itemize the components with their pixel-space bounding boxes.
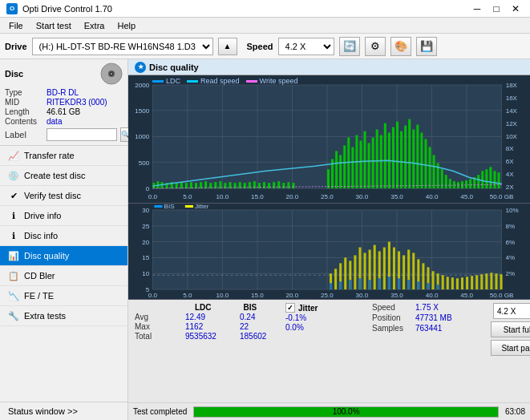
svg-text:12X: 12X bbox=[506, 120, 518, 127]
ldc-bis-stats: LDC BIS Avg 12.49 0.24 Max 1162 22 Tot bbox=[135, 303, 279, 341]
svg-rect-107 bbox=[449, 179, 451, 188]
sidebar-item-disc-info[interactable]: ℹ Disc info bbox=[0, 226, 127, 246]
contents-value: data bbox=[47, 117, 62, 126]
label-input[interactable] bbox=[47, 128, 117, 141]
test-speed-select[interactable]: 4.2 X bbox=[493, 303, 530, 319]
settings-button[interactable]: ⚙ bbox=[365, 37, 386, 56]
svg-rect-87 bbox=[368, 143, 370, 188]
drive-select[interactable]: (H:) HL-DT-ST BD-RE WH16NS48 1.D3 bbox=[32, 38, 213, 55]
svg-text:1500: 1500 bbox=[135, 107, 150, 115]
jitter-checkbox[interactable]: ✓ bbox=[285, 303, 295, 313]
disc-mid-row: MID RITEKDR3 (000) bbox=[5, 98, 123, 107]
svg-rect-118 bbox=[493, 171, 496, 188]
top-legend: LDC Read speed Write speed bbox=[152, 77, 297, 85]
avg-row: Avg 12.49 0.24 bbox=[135, 313, 279, 321]
svg-text:15.0: 15.0 bbox=[251, 292, 264, 299]
svg-rect-172 bbox=[364, 252, 366, 289]
disc-panel-title: Disc bbox=[5, 69, 23, 79]
svg-rect-119 bbox=[498, 172, 500, 188]
bottom-chart-svg: 30 25 20 15 10 5 10% 8% 6% 4% 2% 0.0 5.0… bbox=[128, 204, 530, 299]
verify-test-disc-icon: ✔ bbox=[8, 190, 19, 201]
svg-text:40.0: 40.0 bbox=[426, 193, 439, 200]
label-label: Label bbox=[5, 130, 43, 139]
speed-select[interactable]: 4.2 X bbox=[278, 38, 334, 55]
time-value: 63:08 bbox=[505, 407, 525, 416]
extra-tests-icon: 🔧 bbox=[8, 310, 19, 321]
start-full-button[interactable]: Start full bbox=[491, 321, 530, 337]
content-panel: ★ Disc quality LDC Read speed Write spee… bbox=[128, 59, 530, 420]
color-button[interactable]: 🎨 bbox=[390, 37, 411, 56]
status-window-item[interactable]: Status window >> bbox=[0, 402, 127, 420]
menu-bar: File Start test Extra Help bbox=[0, 18, 530, 34]
maximize-button[interactable]: □ bbox=[488, 2, 504, 15]
jitter-header: ✓ Jitter bbox=[285, 303, 366, 313]
status-window-label: Status window >> bbox=[8, 406, 78, 416]
svg-text:10: 10 bbox=[142, 270, 150, 277]
svg-text:10X: 10X bbox=[506, 133, 518, 140]
disc-header: Disc bbox=[5, 63, 123, 85]
sidebar-item-create-test-disc[interactable]: 💿 Create test disc bbox=[0, 166, 127, 186]
minimize-button[interactable]: ─ bbox=[469, 2, 485, 15]
save-button[interactable]: 💾 bbox=[416, 37, 437, 56]
svg-rect-103 bbox=[433, 155, 435, 188]
svg-rect-206 bbox=[369, 280, 371, 289]
fe-te-icon: 📉 bbox=[8, 290, 19, 301]
svg-rect-176 bbox=[383, 248, 386, 290]
sidebar-item-transfer-rate[interactable]: 📈 Transfer rate bbox=[0, 146, 127, 166]
top-chart-svg: 2000 1500 1000 500 0 18X 16X 14X 12X 10X… bbox=[128, 75, 530, 203]
refresh-button[interactable]: 🔄 bbox=[339, 37, 360, 56]
svg-rect-72 bbox=[273, 182, 275, 188]
position-label: Position bbox=[372, 313, 412, 322]
svg-rect-202 bbox=[330, 283, 332, 289]
bottom-status-bar: Test completed 100.0% 63:08 bbox=[128, 402, 530, 420]
menu-file[interactable]: File bbox=[3, 19, 29, 32]
sidebar-item-drive-info[interactable]: ℹ Drive info bbox=[0, 206, 127, 226]
nav-disc-info-label: Disc info bbox=[24, 231, 58, 240]
sidebar-item-extra-tests[interactable]: 🔧 Extra tests bbox=[0, 306, 127, 326]
svg-text:35.0: 35.0 bbox=[390, 193, 403, 200]
svg-text:1000: 1000 bbox=[135, 134, 150, 141]
max-row: Max 1162 22 bbox=[135, 322, 279, 331]
position-value: 47731 MB bbox=[415, 313, 452, 322]
svg-rect-55 bbox=[190, 182, 192, 188]
svg-rect-188 bbox=[442, 275, 444, 289]
svg-rect-186 bbox=[432, 271, 435, 289]
svg-rect-94 bbox=[396, 122, 399, 188]
svg-text:45.0: 45.0 bbox=[460, 193, 473, 200]
svg-rect-194 bbox=[471, 276, 473, 289]
length-value: 46.61 GB bbox=[47, 107, 80, 116]
sidebar-item-verify-test-disc[interactable]: ✔ Verify test disc bbox=[0, 186, 127, 206]
eject-button[interactable]: ▲ bbox=[218, 38, 237, 55]
menu-help[interactable]: Help bbox=[111, 19, 141, 32]
svg-text:15.0: 15.0 bbox=[251, 193, 264, 200]
svg-rect-52 bbox=[176, 183, 178, 188]
svg-text:4X: 4X bbox=[506, 171, 515, 178]
svg-rect-116 bbox=[485, 169, 488, 188]
svg-text:30.0: 30.0 bbox=[356, 292, 369, 299]
legend-ldc: LDC bbox=[152, 77, 180, 85]
sidebar-item-disc-quality[interactable]: 📊 Disc quality bbox=[0, 246, 127, 266]
svg-text:45.0: 45.0 bbox=[460, 292, 473, 299]
close-button[interactable]: ✕ bbox=[508, 2, 524, 15]
ldc-max-val: 1162 bbox=[185, 322, 217, 331]
start-part-button[interactable]: Start part bbox=[491, 340, 530, 356]
svg-rect-91 bbox=[384, 123, 386, 188]
status-text: Test completed bbox=[133, 407, 187, 416]
jitter-stats: ✓ Jitter -0.1% 0.0% bbox=[285, 303, 366, 332]
jitter-max-val: 0.0% bbox=[285, 323, 304, 332]
svg-rect-88 bbox=[372, 138, 374, 189]
drive-toolbar: Drive (H:) HL-DT-ST BD-RE WH16NS48 1.D3 … bbox=[0, 34, 530, 59]
menu-start-test[interactable]: Start test bbox=[30, 19, 77, 32]
jitter-max-row: 0.0% bbox=[285, 323, 366, 332]
bis-col-header: BIS bbox=[244, 303, 257, 312]
write-speed-legend-color bbox=[246, 80, 257, 83]
svg-rect-89 bbox=[376, 130, 378, 189]
sidebar-item-fe-te[interactable]: 📉 FE / TE bbox=[0, 286, 127, 306]
svg-rect-111 bbox=[465, 180, 467, 188]
svg-text:14X: 14X bbox=[506, 107, 518, 115]
mid-value: RITEKDR3 (000) bbox=[47, 98, 107, 107]
menu-extra[interactable]: Extra bbox=[79, 19, 111, 32]
svg-text:0: 0 bbox=[146, 185, 150, 192]
sidebar-item-cd-bler[interactable]: 📋 CD Bler bbox=[0, 266, 127, 286]
svg-rect-168 bbox=[344, 257, 346, 289]
